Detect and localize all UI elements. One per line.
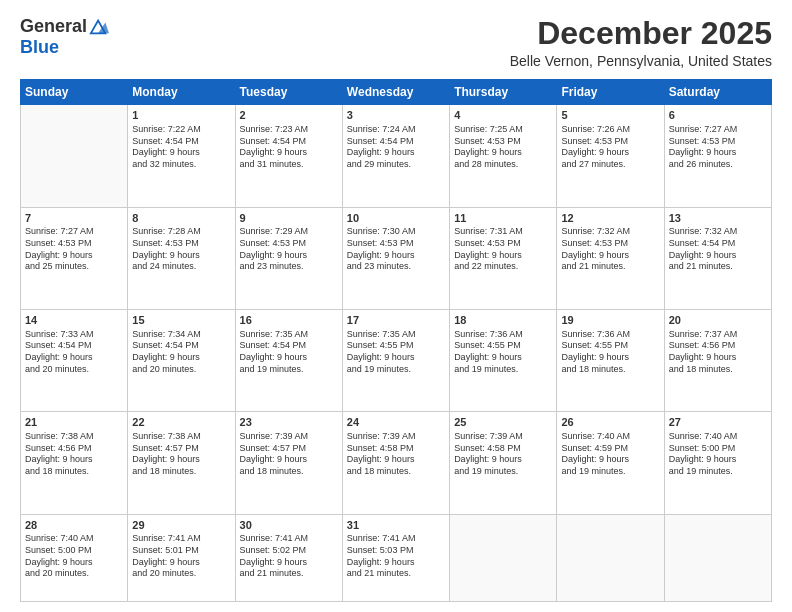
logo-icon [89, 18, 109, 36]
day-info: Sunrise: 7:31 AM Sunset: 4:53 PM Dayligh… [454, 226, 552, 273]
month-title: December 2025 [510, 16, 772, 51]
calendar-cell: 19Sunrise: 7:36 AM Sunset: 4:55 PM Dayli… [557, 309, 664, 411]
day-number: 26 [561, 415, 659, 430]
day-number: 13 [669, 211, 767, 226]
day-info: Sunrise: 7:39 AM Sunset: 4:57 PM Dayligh… [240, 431, 338, 478]
calendar-cell: 9Sunrise: 7:29 AM Sunset: 4:53 PM Daylig… [235, 207, 342, 309]
day-number: 20 [669, 313, 767, 328]
day-info: Sunrise: 7:27 AM Sunset: 4:53 PM Dayligh… [669, 124, 767, 171]
week-row-1: 7Sunrise: 7:27 AM Sunset: 4:53 PM Daylig… [21, 207, 772, 309]
calendar-cell: 11Sunrise: 7:31 AM Sunset: 4:53 PM Dayli… [450, 207, 557, 309]
calendar-cell: 30Sunrise: 7:41 AM Sunset: 5:02 PM Dayli… [235, 514, 342, 601]
calendar-cell: 21Sunrise: 7:38 AM Sunset: 4:56 PM Dayli… [21, 412, 128, 514]
calendar-cell: 18Sunrise: 7:36 AM Sunset: 4:55 PM Dayli… [450, 309, 557, 411]
col-sunday: Sunday [21, 80, 128, 105]
day-number: 28 [25, 518, 123, 533]
calendar-cell: 6Sunrise: 7:27 AM Sunset: 4:53 PM Daylig… [664, 105, 771, 207]
day-number: 21 [25, 415, 123, 430]
calendar-cell [21, 105, 128, 207]
day-info: Sunrise: 7:35 AM Sunset: 4:54 PM Dayligh… [240, 329, 338, 376]
col-tuesday: Tuesday [235, 80, 342, 105]
day-number: 11 [454, 211, 552, 226]
col-saturday: Saturday [664, 80, 771, 105]
day-number: 15 [132, 313, 230, 328]
calendar-cell [557, 514, 664, 601]
day-number: 9 [240, 211, 338, 226]
calendar-cell: 25Sunrise: 7:39 AM Sunset: 4:58 PM Dayli… [450, 412, 557, 514]
day-info: Sunrise: 7:32 AM Sunset: 4:54 PM Dayligh… [669, 226, 767, 273]
page: General Blue December 2025 Belle Vernon,… [0, 0, 792, 612]
day-info: Sunrise: 7:37 AM Sunset: 4:56 PM Dayligh… [669, 329, 767, 376]
calendar-cell: 12Sunrise: 7:32 AM Sunset: 4:53 PM Dayli… [557, 207, 664, 309]
day-number: 25 [454, 415, 552, 430]
day-info: Sunrise: 7:23 AM Sunset: 4:54 PM Dayligh… [240, 124, 338, 171]
day-info: Sunrise: 7:41 AM Sunset: 5:01 PM Dayligh… [132, 533, 230, 580]
day-number: 19 [561, 313, 659, 328]
day-number: 27 [669, 415, 767, 430]
calendar-cell: 31Sunrise: 7:41 AM Sunset: 5:03 PM Dayli… [342, 514, 449, 601]
day-info: Sunrise: 7:35 AM Sunset: 4:55 PM Dayligh… [347, 329, 445, 376]
day-info: Sunrise: 7:39 AM Sunset: 4:58 PM Dayligh… [347, 431, 445, 478]
location-title: Belle Vernon, Pennsylvania, United State… [510, 53, 772, 69]
calendar-cell: 4Sunrise: 7:25 AM Sunset: 4:53 PM Daylig… [450, 105, 557, 207]
week-row-3: 21Sunrise: 7:38 AM Sunset: 4:56 PM Dayli… [21, 412, 772, 514]
col-wednesday: Wednesday [342, 80, 449, 105]
day-number: 30 [240, 518, 338, 533]
day-info: Sunrise: 7:38 AM Sunset: 4:56 PM Dayligh… [25, 431, 123, 478]
day-info: Sunrise: 7:41 AM Sunset: 5:02 PM Dayligh… [240, 533, 338, 580]
day-info: Sunrise: 7:41 AM Sunset: 5:03 PM Dayligh… [347, 533, 445, 580]
calendar-cell: 15Sunrise: 7:34 AM Sunset: 4:54 PM Dayli… [128, 309, 235, 411]
day-info: Sunrise: 7:30 AM Sunset: 4:53 PM Dayligh… [347, 226, 445, 273]
calendar-cell: 2Sunrise: 7:23 AM Sunset: 4:54 PM Daylig… [235, 105, 342, 207]
calendar-cell: 22Sunrise: 7:38 AM Sunset: 4:57 PM Dayli… [128, 412, 235, 514]
day-number: 8 [132, 211, 230, 226]
day-number: 14 [25, 313, 123, 328]
calendar-cell: 5Sunrise: 7:26 AM Sunset: 4:53 PM Daylig… [557, 105, 664, 207]
day-info: Sunrise: 7:25 AM Sunset: 4:53 PM Dayligh… [454, 124, 552, 171]
day-number: 10 [347, 211, 445, 226]
calendar-cell: 28Sunrise: 7:40 AM Sunset: 5:00 PM Dayli… [21, 514, 128, 601]
day-info: Sunrise: 7:24 AM Sunset: 4:54 PM Dayligh… [347, 124, 445, 171]
day-info: Sunrise: 7:22 AM Sunset: 4:54 PM Dayligh… [132, 124, 230, 171]
day-info: Sunrise: 7:29 AM Sunset: 4:53 PM Dayligh… [240, 226, 338, 273]
day-info: Sunrise: 7:27 AM Sunset: 4:53 PM Dayligh… [25, 226, 123, 273]
day-number: 18 [454, 313, 552, 328]
calendar-cell: 23Sunrise: 7:39 AM Sunset: 4:57 PM Dayli… [235, 412, 342, 514]
calendar-cell: 24Sunrise: 7:39 AM Sunset: 4:58 PM Dayli… [342, 412, 449, 514]
title-block: December 2025 Belle Vernon, Pennsylvania… [510, 16, 772, 69]
day-number: 1 [132, 108, 230, 123]
calendar-cell: 3Sunrise: 7:24 AM Sunset: 4:54 PM Daylig… [342, 105, 449, 207]
header: General Blue December 2025 Belle Vernon,… [20, 16, 772, 69]
day-number: 12 [561, 211, 659, 226]
day-number: 6 [669, 108, 767, 123]
calendar-cell: 26Sunrise: 7:40 AM Sunset: 4:59 PM Dayli… [557, 412, 664, 514]
calendar-cell: 10Sunrise: 7:30 AM Sunset: 4:53 PM Dayli… [342, 207, 449, 309]
day-number: 31 [347, 518, 445, 533]
logo-blue-text: Blue [20, 37, 59, 57]
day-info: Sunrise: 7:40 AM Sunset: 5:00 PM Dayligh… [25, 533, 123, 580]
day-number: 5 [561, 108, 659, 123]
day-number: 17 [347, 313, 445, 328]
col-friday: Friday [557, 80, 664, 105]
day-info: Sunrise: 7:28 AM Sunset: 4:53 PM Dayligh… [132, 226, 230, 273]
day-info: Sunrise: 7:36 AM Sunset: 4:55 PM Dayligh… [561, 329, 659, 376]
day-info: Sunrise: 7:26 AM Sunset: 4:53 PM Dayligh… [561, 124, 659, 171]
calendar-cell: 17Sunrise: 7:35 AM Sunset: 4:55 PM Dayli… [342, 309, 449, 411]
day-number: 3 [347, 108, 445, 123]
calendar-cell: 29Sunrise: 7:41 AM Sunset: 5:01 PM Dayli… [128, 514, 235, 601]
col-monday: Monday [128, 80, 235, 105]
calendar-header-row: Sunday Monday Tuesday Wednesday Thursday… [21, 80, 772, 105]
calendar-cell [450, 514, 557, 601]
day-number: 7 [25, 211, 123, 226]
logo: General Blue [20, 16, 109, 58]
day-info: Sunrise: 7:40 AM Sunset: 5:00 PM Dayligh… [669, 431, 767, 478]
day-number: 22 [132, 415, 230, 430]
day-number: 16 [240, 313, 338, 328]
day-info: Sunrise: 7:36 AM Sunset: 4:55 PM Dayligh… [454, 329, 552, 376]
day-info: Sunrise: 7:32 AM Sunset: 4:53 PM Dayligh… [561, 226, 659, 273]
week-row-4: 28Sunrise: 7:40 AM Sunset: 5:00 PM Dayli… [21, 514, 772, 601]
week-row-0: 1Sunrise: 7:22 AM Sunset: 4:54 PM Daylig… [21, 105, 772, 207]
calendar-cell: 14Sunrise: 7:33 AM Sunset: 4:54 PM Dayli… [21, 309, 128, 411]
day-info: Sunrise: 7:34 AM Sunset: 4:54 PM Dayligh… [132, 329, 230, 376]
calendar-cell: 27Sunrise: 7:40 AM Sunset: 5:00 PM Dayli… [664, 412, 771, 514]
